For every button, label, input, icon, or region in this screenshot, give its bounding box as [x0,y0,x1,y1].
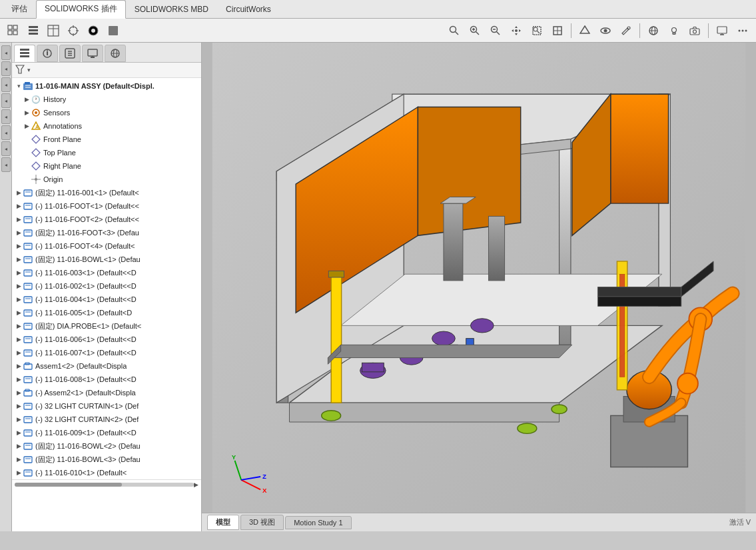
left-strip-btn-3[interactable]: ◂ [1,77,11,92]
tree-scroll-bar[interactable]: ▶ [12,479,201,489]
part7-expand[interactable]: ▶ [15,189,23,197]
tree-tab-property[interactable] [37,45,58,62]
tree-item-part-19[interactable]: ▶ (-) 11-016-007<1> (Default<<D [12,346,201,359]
tree-item-annotations[interactable]: ▶ A Annotations [12,119,201,133]
toolbar-zoom-out[interactable] [486,21,505,40]
toolbar-view-orient[interactable] [548,21,567,40]
part17-expand[interactable]: ▶ [15,322,23,330]
toolbar-btn-color[interactable] [84,21,103,40]
tree-item-sensors[interactable]: ▶ Sensors [12,106,201,119]
tree-tab-scenes[interactable] [105,45,126,62]
viewport[interactable]: X Y Z 模型 3D 视图 Motion Study 1 激活 V [202,43,756,531]
tree-item-part-26[interactable]: ▶ (固定) 11-016-BOWL<2> (Defau [12,439,201,453]
tab-circuitworks[interactable]: CircuitWorks [217,0,280,19]
part16-expand[interactable]: ▶ [15,309,23,317]
annotations-expand[interactable]: ▶ [23,122,31,130]
left-strip-btn-2[interactable]: ◂ [1,61,11,76]
filter-arrow[interactable]: ▾ [27,67,31,73]
tree-item-part-24[interactable]: ▶ (-) 32 LIGHT CURTAIN<2> (Def [12,413,201,426]
toolbar-monitor[interactable] [713,21,731,40]
tab-evaluate[interactable]: 评估 [3,0,36,19]
part9-expand[interactable]: ▶ [15,215,23,223]
tree-item-assy-22[interactable]: ▶ (-) Assem2<1> (Default<Displa [12,386,201,399]
tab-solidworks-plugin[interactable]: SOLIDWORKS 插件 [36,0,126,19]
left-strip-btn-8[interactable]: ◂ [1,157,11,172]
part15-expand[interactable]: ▶ [15,295,23,303]
status-tab-motion[interactable]: Motion Study 1 [285,516,351,529]
status-tab-model[interactable]: 模型 [207,515,239,530]
tree-item-part-25[interactable]: ▶ (-) 11-016-009<1> (Default<<D [12,426,201,439]
part25-expand[interactable]: ▶ [15,429,23,437]
left-strip-btn-1[interactable]: ◂ [1,45,11,60]
tree-item-part-7[interactable]: ▶ (固定) 11-016-001<1> (Default< [12,186,201,199]
left-strip-btn-4[interactable]: ◂ [1,93,11,108]
tree-item-part-13[interactable]: ▶ (-) 11-016-003<1> (Default<<D [12,266,201,279]
toolbar-pan[interactable] [507,21,526,40]
toolbar-edit-appear[interactable] [617,21,635,40]
part21-expand[interactable]: ▶ [15,375,23,383]
tree-item-part-12[interactable]: ▶ (固定) 11-016-BOWL<1> (Defau [12,253,201,266]
tree-item-part-11[interactable]: ▶ (-) 11-016-FOOT<4> (Default< [12,239,201,253]
toolbar-display-style[interactable] [575,21,594,40]
part27-expand[interactable]: ▶ [15,455,23,463]
part28-expand[interactable]: ▶ [15,469,23,477]
left-strip-btn-6[interactable]: ◂ [1,125,11,140]
tree-item-front-plane[interactable]: ▶ Front Plane [12,133,201,146]
tree-item-right-plane[interactable]: ▶ Right Plane [12,159,201,173]
toolbar-hide-show[interactable] [596,21,615,40]
left-strip-btn-7[interactable]: ◂ [1,141,11,156]
part24-expand[interactable]: ▶ [15,415,23,423]
toolbar-lights[interactable] [665,21,683,40]
toolbar-scenes[interactable] [644,21,663,40]
status-tab-3d[interactable]: 3D 视图 [240,515,284,530]
tree-item-assy-20[interactable]: ▶ Assem1<2> (Default<Displa [12,359,201,373]
toolbar-search[interactable] [445,21,464,40]
tree-item-part-8[interactable]: ▶ (-) 11-016-FOOT<1> (Default<< [12,199,201,213]
assy20-expand[interactable]: ▶ [15,362,23,370]
part18-expand[interactable]: ▶ [15,335,23,343]
tree-tab-display[interactable] [82,45,103,62]
tree-item-top-plane[interactable]: ▶ Top Plane [12,146,201,159]
tree-item-part-23[interactable]: ▶ (-) 32 LIGHT CURTAIN<1> (Def [12,399,201,413]
tree-item-part-14[interactable]: ▶ (-) 11-016-002<1> (Default<<D [12,279,201,293]
tree-content[interactable]: ▾ 11-016-MAIN ASSY (Default<Displ. ▶ 🕐 H… [12,78,201,531]
part13-expand[interactable]: ▶ [15,269,23,277]
tree-item-origin[interactable]: ▶ Origin [12,173,201,186]
toolbar-camera[interactable] [685,21,704,40]
tree-item-part-15[interactable]: ▶ (-) 11-016-004<1> (Default<<D [12,293,201,306]
toolbar-btn-display[interactable] [104,21,123,40]
tree-item-part-18[interactable]: ▶ (-) 11-016-006<1> (Default<<D [12,333,201,346]
toolbar-more[interactable] [733,21,752,40]
tree-item-part-21[interactable]: ▶ (-) 11-016-008<1> (Default<<D [12,373,201,386]
toolbar-zoom-box[interactable] [528,21,546,40]
assy22-expand[interactable]: ▶ [15,389,23,397]
part12-expand[interactable]: ▶ [15,255,23,263]
tree-root-item[interactable]: ▾ 11-016-MAIN ASSY (Default<Displ. [12,79,201,93]
left-strip-btn-5[interactable]: ◂ [1,109,11,124]
tree-tab-model[interactable] [14,45,35,62]
part11-expand[interactable]: ▶ [15,242,23,250]
part8-expand[interactable]: ▶ [15,202,23,210]
part23-expand[interactable]: ▶ [15,402,23,410]
toolbar-btn-grid[interactable] [4,21,23,40]
tree-tab-config[interactable] [59,45,81,62]
tree-item-part-27[interactable]: ▶ (固定) 11-016-BOWL<3> (Defau [12,453,201,466]
root-expand-arrow[interactable]: ▾ [15,82,23,90]
part26-expand[interactable]: ▶ [15,442,23,450]
tree-item-part-10[interactable]: ▶ (固定) 11-016-FOOT<3> (Defau [12,226,201,239]
tree-item-part-16[interactable]: ▶ (-) 11-016-005<1> (Default<D [12,306,201,319]
part19-expand[interactable]: ▶ [15,349,23,357]
tree-item-part-9[interactable]: ▶ (-) 11-016-FOOT<2> (Default<< [12,213,201,226]
toolbar-btn-table[interactable] [44,21,63,40]
tree-item-part-17[interactable]: ▶ (固定) DIA.PROBE<1> (Default< [12,319,201,333]
toolbar-btn-crosshair[interactable] [64,21,83,40]
tree-item-history[interactable]: ▶ 🕐 History [12,93,201,106]
scroll-right-btn[interactable]: ▶ [194,481,198,488]
part14-expand[interactable]: ▶ [15,282,23,290]
tree-item-part-28[interactable]: ▶ (-) 11-016-010<1> (Default< [12,466,201,479]
part10-expand[interactable]: ▶ [15,229,23,237]
history-expand[interactable]: ▶ [23,95,31,103]
toolbar-zoom-in[interactable] [466,21,484,40]
toolbar-btn-list[interactable] [24,21,43,40]
sensors-expand[interactable]: ▶ [23,109,31,117]
